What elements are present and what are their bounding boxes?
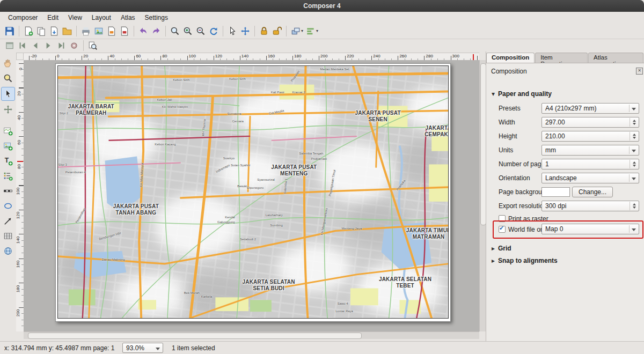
menu-composer[interactable]: Composer — [3, 13, 42, 23]
street-label: Slipi 2 — [60, 112, 68, 115]
zoom-in-button[interactable] — [181, 25, 194, 38]
print-button[interactable] — [79, 25, 92, 38]
atlas-first-button[interactable] — [16, 39, 29, 52]
add-table-icon — [3, 231, 13, 241]
export-resolution-spinner[interactable]: 300 dpi — [541, 201, 639, 211]
add-scalebar-button[interactable] — [2, 185, 14, 197]
redo-button[interactable] — [150, 25, 163, 38]
zoom-actual-button[interactable] — [86, 39, 99, 52]
section-paper-and-quality[interactable]: ▾Paper and quality — [492, 90, 552, 98]
save-icon — [5, 26, 14, 36]
add-html-button[interactable] — [2, 245, 14, 257]
width-spinner[interactable]: 297.00 — [541, 117, 639, 128]
pages-spinner[interactable]: 1 — [541, 159, 639, 169]
align-items-button[interactable] — [304, 25, 317, 38]
menu-settings[interactable]: Settings — [140, 13, 173, 23]
lock-items-button[interactable] — [258, 25, 270, 38]
horizontal-scrollbar[interactable] — [24, 331, 479, 339]
menu-view[interactable]: View — [63, 13, 87, 23]
atlas-preview-button[interactable] — [3, 39, 16, 52]
save-project-button[interactable] — [3, 25, 16, 38]
add-map-button[interactable] — [2, 124, 14, 137]
street-label: Besuki — [237, 185, 247, 188]
hruler-label: 180 — [294, 54, 301, 58]
panel-body: Composition ✕ ▾Paper and quality Presets… — [486, 63, 644, 342]
row-units: Units mm — [486, 145, 644, 157]
map-item[interactable]: JAKARTA BARAT PALMERAHJAKARTA PUSAT SENE… — [57, 65, 449, 319]
menu-atlas[interactable]: Atlas — [116, 13, 140, 23]
add-arrow-button[interactable] — [2, 215, 14, 227]
add-shape-button[interactable] — [2, 200, 14, 212]
new-composer-button[interactable] — [22, 25, 35, 38]
cursor-x-marker — [473, 54, 474, 60]
street-label: Cemara — [232, 120, 243, 123]
section-grid[interactable]: ▸Grid — [492, 245, 511, 252]
zoom-tool-button[interactable] — [2, 72, 14, 85]
add-map-icon — [3, 126, 13, 136]
hruler-label: 100 — [189, 54, 196, 58]
tab-atlas-generation[interactable]: Atlas generation — [588, 53, 643, 63]
pan-tool-button[interactable] — [2, 57, 14, 70]
item-toolbar: T — [0, 53, 16, 343]
zoom-in-icon — [183, 26, 193, 36]
change-background-button[interactable]: Change... — [572, 187, 613, 197]
hruler-label: 140 — [241, 54, 248, 58]
tab-composition[interactable]: Composition — [486, 53, 535, 63]
close-icon[interactable]: ✕ — [636, 68, 643, 75]
export-svg-button[interactable] — [105, 25, 118, 38]
add-label-icon: T — [3, 156, 13, 166]
chevron-down-icon — [632, 108, 636, 110]
vertical-scrollbar[interactable] — [479, 60, 486, 331]
duplicate-composer-button[interactable] — [35, 25, 48, 38]
section-snap-to-alignments[interactable]: ▸Snap to alignments — [492, 257, 558, 264]
units-select[interactable]: mm — [541, 145, 639, 156]
menu-layout[interactable]: Layout — [87, 13, 116, 23]
export-pdf-button[interactable] — [118, 25, 131, 38]
zoom-page-icon — [88, 41, 98, 50]
page-background-swatch[interactable] — [541, 187, 570, 197]
add-image-button[interactable] — [2, 139, 14, 152]
save-as-template-button[interactable] — [48, 25, 61, 38]
add-label-button[interactable]: T — [2, 154, 14, 167]
select-cursor-icon — [3, 89, 13, 99]
atlas-next-button[interactable] — [42, 39, 55, 52]
export-image-button[interactable] — [92, 25, 105, 38]
add-table-button[interactable] — [2, 230, 14, 242]
zoom-out-button[interactable] — [194, 25, 207, 38]
add-legend-button[interactable] — [2, 169, 14, 182]
load-from-template-button[interactable] — [61, 25, 74, 38]
cursor-position-readout: x: 314.794 mm y: 45.4987 mm page: 1 — [4, 344, 114, 352]
atlas-last-button[interactable] — [55, 39, 68, 52]
undo-button[interactable] — [137, 25, 150, 38]
move-content-tool-button[interactable] — [2, 103, 14, 116]
row-orientation: Orientation Landscape — [486, 173, 644, 185]
hruler-label: -20 — [31, 54, 37, 58]
hruler-label: 200 — [320, 54, 327, 58]
unlock-items-button[interactable] — [270, 25, 283, 38]
zoom-full-button[interactable] — [169, 25, 181, 38]
hruler-label: 300 — [452, 54, 459, 58]
height-spinner[interactable]: 210.00 — [541, 131, 639, 142]
raise-items-button[interactable] — [289, 25, 302, 38]
street-label: Sumatera — [228, 112, 241, 115]
composition-canvas[interactable]: JAKARTA BARAT PALMERAHJAKARTA PUSAT SENE… — [24, 60, 479, 331]
refresh-view-button[interactable] — [207, 25, 220, 38]
select-move-tool-button[interactable] — [1, 87, 15, 101]
street-label: Medan Merdeka Sel. — [320, 68, 349, 71]
atlas-toolbar — [0, 39, 175, 53]
atlas-prev-button[interactable] — [29, 39, 42, 52]
move-item-content-button[interactable] — [239, 25, 252, 38]
zoom-level-select[interactable]: 93.0% — [122, 343, 163, 353]
atlas-settings-button[interactable] — [68, 39, 80, 52]
street-label: Kebon Kacang — [155, 143, 175, 146]
menu-edit[interactable]: Edit — [42, 13, 63, 23]
select-move-item-button[interactable] — [226, 25, 239, 38]
horizontal-scrollbar-thumb[interactable] — [28, 333, 362, 339]
window-titlebar: Composer 4 — [0, 0, 644, 12]
align-items-icon — [306, 26, 316, 36]
presets-select[interactable]: A4 (210x297 mm) — [541, 103, 639, 114]
orientation-select[interactable]: Landscape — [541, 173, 639, 183]
tab-item-properties[interactable]: Item Properties — [535, 53, 588, 63]
vruler-label: 40 — [17, 115, 21, 120]
street-label: Kebon Jali — [157, 98, 172, 101]
